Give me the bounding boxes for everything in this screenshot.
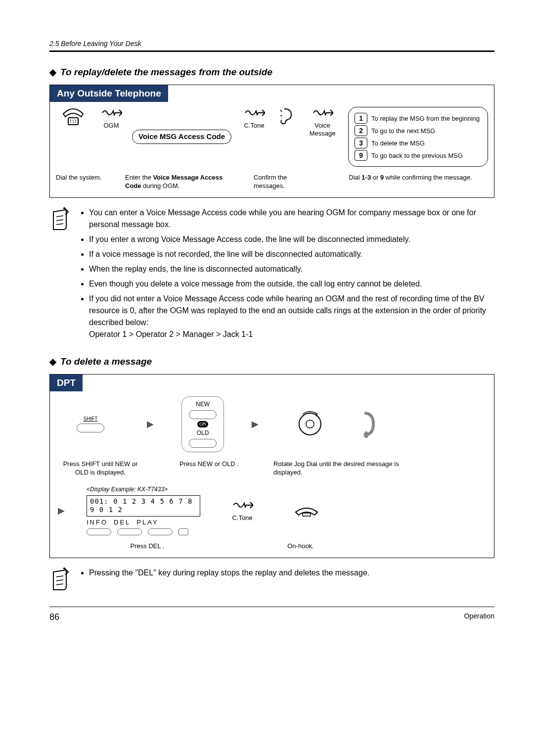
svg-line-16 — [56, 584, 63, 585]
speaker-icon — [178, 528, 188, 535]
key-9: 9 — [355, 150, 367, 161]
svg-line-14 — [56, 576, 63, 577]
cap-enter-code: Enter the Voice Message Access Code duri… — [125, 174, 239, 190]
or-badge: OR — [197, 421, 208, 427]
subheading-text: To delete a message — [60, 356, 152, 367]
opt9-text: To go back to the previous MSG — [371, 152, 463, 159]
old-label: OLD — [197, 429, 209, 437]
note2-item: Pressing the "DEL" key during replay sto… — [89, 567, 369, 579]
softkey-icon — [117, 528, 142, 535]
ctone-label: C.Tone — [232, 514, 252, 522]
softkey-play: PLAY — [136, 519, 158, 526]
softkey-icon — [87, 528, 111, 535]
softkey-icon — [148, 528, 173, 535]
cap-onhook: On-hook. — [278, 542, 323, 551]
diagram2-title: DPT — [50, 375, 83, 391]
onhook-icon — [293, 503, 320, 518]
jog-dial-icon — [293, 410, 327, 438]
arrow-curve-icon — [359, 410, 377, 438]
svg-line-7 — [56, 216, 63, 217]
divider-thin — [49, 607, 494, 607]
svg-point-4 — [70, 122, 71, 123]
subheading-text: To replay/delete the messages from the o… — [60, 67, 272, 78]
new-old-group: NEW OR OLD — [181, 396, 224, 452]
page-number: 86 — [49, 612, 59, 622]
subheading-delete: ◆ To delete a message — [49, 356, 494, 367]
diamond-icon: ◆ — [49, 356, 56, 367]
svg-line-8 — [56, 220, 63, 221]
shift-key-label: SHIFT — [84, 416, 98, 423]
note1-item: You can enter a Voice Message Access cod… — [89, 207, 494, 231]
softkey-icon — [189, 410, 217, 419]
tone-arrow-icon — [243, 107, 265, 119]
note1-item: If you did not enter a Voice Message Acc… — [89, 293, 494, 340]
svg-point-2 — [73, 120, 74, 121]
tone-arrow-icon — [231, 499, 253, 511]
ogm-label: OGM — [103, 122, 119, 130]
opt3-text: To delete the MSG — [371, 140, 425, 147]
divider-thick — [49, 50, 494, 52]
svg-point-12 — [306, 420, 314, 428]
new-label: NEW — [196, 401, 210, 408]
ctone-label: C.Tone — [244, 122, 264, 130]
cap-confirm: Confirm the messages. — [254, 174, 318, 190]
softkey-icon — [189, 439, 217, 448]
cap-jog: Rotate Jog Dial until the desired messag… — [273, 460, 402, 477]
note-icon — [49, 207, 72, 232]
note1-item: Even though you delete a voice message f… — [89, 278, 494, 290]
softkey-info: INFO — [87, 519, 108, 526]
svg-point-11 — [299, 413, 321, 435]
lcd-display: 001: 0 1 2 3 4 5 6 7 8 9 0 1 2 — [87, 495, 200, 517]
voice-msg-access-code: Voice MSG Access Code — [132, 130, 231, 144]
ear-icon — [279, 107, 294, 125]
svg-point-5 — [73, 122, 74, 123]
section-header: 2.5 Before Leaving Your Desk — [49, 40, 494, 47]
display-example-label: <Display Example: KX-T7433> — [87, 486, 168, 493]
opt2-text: To go to the next MSG — [371, 127, 435, 135]
svg-point-3 — [75, 120, 76, 121]
voice-message-label: Voice Message — [310, 122, 336, 138]
key-3: 3 — [355, 138, 367, 148]
svg-line-15 — [56, 580, 63, 581]
subheading-replay: ◆ To replay/delete the messages from the… — [49, 67, 494, 78]
svg-rect-0 — [68, 118, 78, 125]
arrow-right-icon: ▶ — [145, 419, 156, 429]
key-options: 1To replay the MSG from the beginning 2T… — [348, 107, 488, 167]
shift-key-icon — [77, 424, 104, 432]
tone-arrow-icon — [100, 107, 122, 119]
key-1: 1 — [355, 113, 367, 124]
softkey-del: DEL — [114, 519, 131, 526]
note-icon — [49, 567, 72, 592]
svg-point-10 — [63, 207, 65, 209]
svg-point-17 — [63, 567, 65, 569]
arrow-right-icon: ▶ — [250, 419, 261, 429]
cap-dial-key: Dial 1-3 or 9 while confirming the messa… — [333, 174, 488, 182]
footer-label: Operation — [464, 612, 494, 622]
notes-block-1: You can enter a Voice Message Access cod… — [49, 207, 494, 343]
page-footer: 86 Operation — [49, 612, 494, 622]
notes-block-2: Pressing the "DEL" key during replay sto… — [49, 567, 494, 592]
cap-dial-system: Dial the system. — [56, 174, 110, 182]
tone-arrow-icon — [312, 107, 333, 119]
diamond-icon: ◆ — [49, 67, 56, 78]
telephone-icon — [61, 107, 85, 128]
diagram-outside-phone: Any Outside Telephone OGM — [49, 85, 494, 198]
arrow-right-icon: ▶ — [56, 505, 67, 516]
cap-newold: Press NEW or OLD . — [160, 460, 259, 469]
svg-point-1 — [70, 120, 71, 121]
note1-item: If you enter a wrong Voice Message Acces… — [89, 234, 494, 245]
diagram-dpt: DPT SHIFT ▶ NEW OR OLD ▶ — [49, 374, 494, 558]
svg-point-6 — [75, 122, 76, 123]
svg-line-9 — [56, 224, 63, 225]
key-2: 2 — [355, 125, 367, 136]
note1-item: If a voice message is not recorded, the … — [89, 248, 494, 260]
cap-shift: Press SHIFT until NEW or OLD is displaye… — [56, 460, 145, 477]
opt1-text: To replay the MSG from the beginning — [371, 115, 480, 122]
svg-rect-13 — [303, 513, 311, 516]
diagram1-title: Any Outside Telephone — [50, 85, 168, 102]
note1-item: When the replay ends, the line is discon… — [89, 263, 494, 275]
cap-del: Press DEL . — [90, 542, 204, 551]
